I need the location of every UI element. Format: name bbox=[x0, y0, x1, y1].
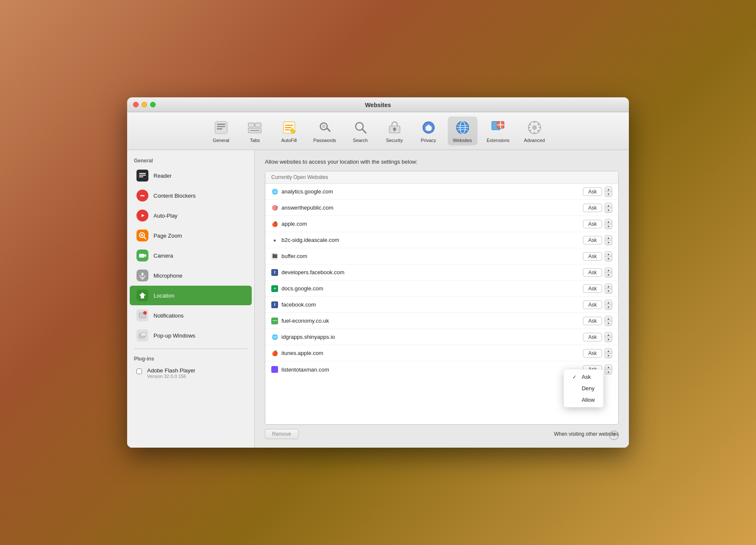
stepper-value-0: Ask bbox=[583, 187, 602, 196]
stepper-buttons-0[interactable]: ▲ ▼ bbox=[605, 187, 612, 197]
stepper-6[interactable]: Ask ▲ ▼ bbox=[583, 284, 612, 294]
stepper-0[interactable]: Ask ▲ ▼ bbox=[583, 187, 612, 197]
content-blockers-icon bbox=[136, 190, 148, 202]
stepper-down-9[interactable]: ▼ bbox=[605, 337, 612, 342]
toolbar-item-advanced[interactable]: Advanced bbox=[519, 116, 550, 145]
stepper-up-0[interactable]: ▲ bbox=[605, 187, 612, 192]
sidebar-item-reader[interactable]: Reader bbox=[130, 166, 252, 185]
websites-icon bbox=[454, 119, 471, 136]
dropdown-item-ask[interactable]: ✓ Ask bbox=[564, 371, 603, 383]
dropdown-ask-label: Ask bbox=[582, 374, 591, 380]
stepper-buttons-5[interactable]: ▲ ▼ bbox=[605, 267, 612, 278]
stepper-10[interactable]: Ask ▲ ▼ bbox=[583, 348, 612, 358]
stepper-buttons-1[interactable]: ▲ ▼ bbox=[605, 203, 612, 213]
toolbar-item-autofill[interactable]: AutoFill bbox=[274, 116, 304, 145]
stepper-down-3[interactable]: ▼ bbox=[605, 240, 612, 245]
toolbar-item-security[interactable]: Security bbox=[380, 116, 409, 145]
stepper-value-4: Ask bbox=[583, 252, 602, 261]
minimize-button[interactable] bbox=[142, 102, 147, 108]
stepper-down-11[interactable]: ▼ bbox=[605, 369, 612, 374]
stepper-up-2[interactable]: ▲ bbox=[605, 219, 612, 224]
toolbar-item-extensions[interactable]: Extensions bbox=[482, 116, 515, 145]
stepper-up-10[interactable]: ▲ bbox=[605, 349, 612, 353]
stepper-buttons-3[interactable]: ▲ ▼ bbox=[605, 235, 612, 245]
stepper-up-8[interactable]: ▲ bbox=[605, 316, 612, 321]
toolbar-advanced-label: Advanced bbox=[524, 138, 545, 143]
stepper-up-11[interactable]: ▲ bbox=[605, 365, 612, 369]
toolbar-item-websites[interactable]: Websites bbox=[448, 116, 477, 145]
sidebar-item-notifications[interactable]: Notifications bbox=[130, 306, 252, 325]
stepper-buttons-10[interactable]: ▲ ▼ bbox=[605, 348, 612, 358]
sidebar-notifications-label: Notifications bbox=[153, 312, 184, 319]
svg-rect-62 bbox=[273, 254, 277, 255]
stepper-buttons-11[interactable]: ▲ ▼ bbox=[605, 364, 612, 375]
stepper-down-6[interactable]: ▼ bbox=[605, 289, 612, 293]
adobe-checkbox[interactable] bbox=[136, 369, 142, 374]
site-icon-0: 🌐 bbox=[271, 188, 278, 195]
stepper-buttons-4[interactable]: ▲ ▼ bbox=[605, 251, 612, 261]
site-icon-5: f bbox=[271, 269, 278, 276]
toolbar-item-search[interactable]: Search bbox=[346, 116, 375, 145]
sidebar-item-adobe[interactable]: Adobe Flash Player Version 32.0.0.156 bbox=[130, 364, 252, 383]
stepper-value-3: Ask bbox=[583, 236, 602, 244]
stepper-up-6[interactable]: ▲ bbox=[605, 284, 612, 289]
maximize-button[interactable] bbox=[150, 102, 156, 108]
site-icon-1: 🎯 bbox=[271, 204, 278, 211]
toolbar-item-tabs[interactable]: Tabs bbox=[240, 116, 270, 145]
stepper-5[interactable]: Ask ▲ ▼ bbox=[583, 267, 612, 278]
stepper-down-1[interactable]: ▼ bbox=[605, 208, 612, 213]
sidebar-item-camera[interactable]: Camera bbox=[130, 246, 252, 265]
svg-rect-1 bbox=[217, 124, 225, 125]
toolbar-item-passwords[interactable]: Passwords bbox=[308, 116, 341, 145]
site-icon-8 bbox=[271, 318, 278, 324]
dropdown-allow-label: Allow bbox=[582, 397, 595, 403]
stepper-1[interactable]: Ask ▲ ▼ bbox=[583, 203, 612, 213]
stepper-up-7[interactable]: ▲ bbox=[605, 300, 612, 305]
dropdown-item-allow[interactable]: Allow bbox=[564, 394, 603, 406]
stepper-buttons-9[interactable]: ▲ ▼ bbox=[605, 332, 612, 342]
stepper-buttons-2[interactable]: ▲ ▼ bbox=[605, 219, 612, 229]
stepper-7[interactable]: Ask ▲ ▼ bbox=[583, 300, 612, 310]
svg-line-17 bbox=[362, 129, 366, 133]
remove-button[interactable]: Remove bbox=[265, 429, 298, 439]
stepper-up-4[interactable]: ▲ bbox=[605, 252, 612, 256]
stepper-down-0[interactable]: ▼ bbox=[605, 192, 612, 196]
sidebar-microphone-label: Microphone bbox=[153, 272, 182, 279]
stepper-down-8[interactable]: ▼ bbox=[605, 321, 612, 326]
stepper-8[interactable]: Ask ▲ ▼ bbox=[583, 316, 612, 326]
stepper-down-4[interactable]: ▼ bbox=[605, 256, 612, 261]
stepper-down-7[interactable]: ▼ bbox=[605, 305, 612, 309]
stepper-up-9[interactable]: ▲ bbox=[605, 332, 612, 337]
stepper-buttons-6[interactable]: ▲ ▼ bbox=[605, 284, 612, 294]
sidebar-item-auto-play[interactable]: Auto-Play bbox=[130, 206, 252, 225]
help-button[interactable]: ? bbox=[609, 431, 619, 440]
stepper-4[interactable]: Ask ▲ ▼ bbox=[583, 251, 612, 261]
stepper-down-2[interactable]: ▼ bbox=[605, 224, 612, 229]
stepper-3[interactable]: Ask ▲ ▼ bbox=[583, 235, 612, 245]
sidebar-item-popup[interactable]: Pop-up Windows bbox=[130, 326, 252, 345]
site-name-4: buffer.com bbox=[281, 253, 583, 259]
stepper-buttons-8[interactable]: ▲ ▼ bbox=[605, 316, 612, 326]
stepper-up-5[interactable]: ▲ bbox=[605, 268, 612, 272]
sidebar-item-page-zoom[interactable]: Page Zoom bbox=[130, 226, 252, 245]
toolbar-item-general[interactable]: General bbox=[206, 116, 236, 145]
sidebar-item-content-blockers[interactable]: Content Blockers bbox=[130, 186, 252, 205]
toolbar-item-privacy[interactable]: Privacy bbox=[414, 116, 443, 145]
stepper-down-5[interactable]: ▼ bbox=[605, 272, 612, 277]
camera-icon bbox=[136, 250, 148, 261]
tabs-icon bbox=[247, 119, 264, 136]
stepper-2[interactable]: Ask ▲ ▼ bbox=[583, 219, 612, 229]
no-check-2 bbox=[572, 397, 578, 403]
stepper-buttons-7[interactable]: ▲ ▼ bbox=[605, 300, 612, 310]
stepper-9[interactable]: Ask ▲ ▼ bbox=[583, 332, 612, 342]
stepper-down-10[interactable]: ▼ bbox=[605, 353, 612, 358]
sidebar-general-label: General bbox=[127, 154, 254, 165]
dropdown-item-deny[interactable]: Deny bbox=[564, 383, 603, 394]
stepper-up-3[interactable]: ▲ bbox=[605, 236, 612, 240]
sidebar-item-microphone[interactable]: Microphone bbox=[130, 266, 252, 285]
site-name-5: developers.facebook.com bbox=[281, 269, 583, 275]
close-button[interactable] bbox=[133, 102, 139, 108]
site-name-7: facebook.com bbox=[281, 301, 583, 308]
sidebar-item-location[interactable]: Location bbox=[130, 286, 252, 305]
stepper-up-1[interactable]: ▲ bbox=[605, 203, 612, 208]
